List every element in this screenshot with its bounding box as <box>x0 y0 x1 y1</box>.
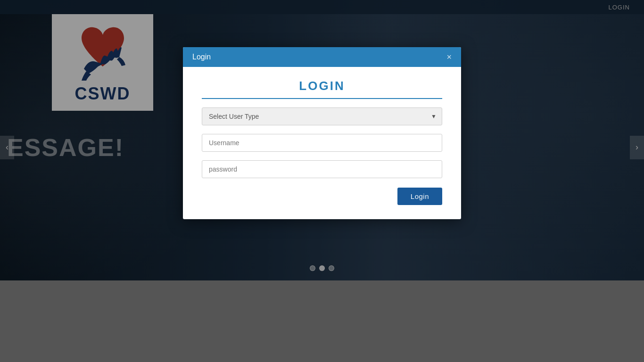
modal-close-button[interactable]: × <box>446 53 452 61</box>
login-modal: Login × LOGIN Select User Type Admin Sta… <box>183 47 461 219</box>
modal-overlay: Login × LOGIN Select User Type Admin Sta… <box>0 0 644 280</box>
modal-header: Login × <box>183 47 461 67</box>
password-group <box>202 160 442 178</box>
password-input[interactable] <box>202 160 442 178</box>
login-button[interactable]: Login <box>397 188 442 205</box>
username-group <box>202 134 442 152</box>
user-type-group: Select User Type Admin Staff ▼ <box>202 107 442 125</box>
username-input[interactable] <box>202 134 442 152</box>
form-actions: Login <box>202 188 442 205</box>
user-type-select-wrapper: Select User Type Admin Staff ▼ <box>202 107 442 125</box>
login-heading: LOGIN <box>202 79 442 99</box>
user-type-select[interactable]: Select User Type Admin Staff <box>202 107 442 125</box>
modal-body: LOGIN Select User Type Admin Staff ▼ <box>183 67 461 219</box>
modal-title: Login <box>192 53 211 61</box>
footer-area <box>0 280 644 362</box>
